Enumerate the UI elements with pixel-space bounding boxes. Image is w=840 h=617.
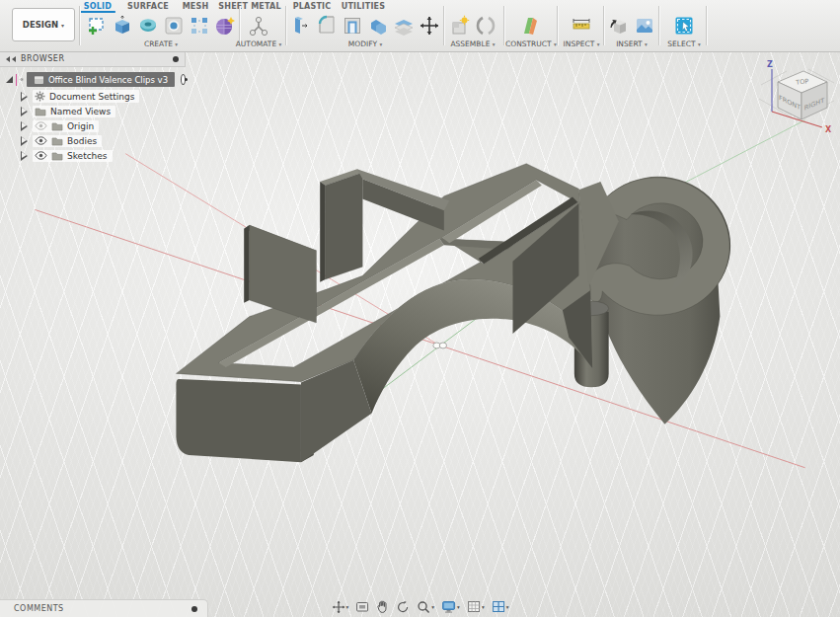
rectangular-pattern-icon[interactable] [189,15,210,37]
combine-icon[interactable] [367,15,389,37]
create-sketch-icon[interactable] [86,15,108,37]
expand-arrow-icon[interactable] [22,93,28,101]
chevron-down-icon: ▾ [346,604,349,610]
tab-utilities[interactable]: UTILITIES [342,2,385,11]
expand-arrow-icon[interactable] [22,137,28,145]
tree-row-bodies[interactable]: Bodies [20,133,186,148]
insert-derive-icon[interactable] [608,15,630,37]
nav-zoom[interactable]: ▾ [417,600,434,614]
measure-icon[interactable] [571,15,592,37]
activate-component-radio[interactable] [181,74,186,85]
chevron-down-icon: ▾ [61,22,64,29]
fusion360-window: { "toolbar": { "design_label": "DESIGN",… [0,0,840,617]
eye-icon[interactable] [35,136,47,145]
comments-label: COMMENTS [14,604,191,613]
canvas-image-icon[interactable] [634,15,655,37]
tab-plastic[interactable]: PLASTIC [293,2,332,11]
folder-icon [35,107,46,116]
modify-dropdown[interactable]: MODIFY ▾ [288,39,442,48]
fillet-icon[interactable] [316,15,338,37]
assemble-dropdown[interactable]: ASSEMBLE ▾ [444,39,501,48]
chevron-down-icon: ▾ [379,41,382,47]
browser-root-row[interactable]: Office Blind Valence Clips v3 [6,72,186,87]
browser-tree: Document Settings Named Views Origin [20,89,186,163]
model-wall-edge [320,182,326,282]
move-icon [332,600,345,614]
folder-icon [51,121,63,131]
shell-icon[interactable] [342,15,363,37]
inspect-label: INSPECT [564,39,595,48]
nav-grid-settings[interactable]: ▾ [467,600,485,613]
chevron-down-icon: ▾ [506,604,509,610]
nav-pan[interactable] [376,600,389,613]
select-icon[interactable] [673,15,695,37]
nav-display-settings[interactable]: ▾ [441,600,460,613]
browser-header[interactable]: BROWSER [0,51,186,67]
model-foot-front [176,379,301,462]
expand-arrow-icon[interactable] [6,76,13,83]
root-component-label: Office Blind Valence Clips v3 [48,75,168,85]
eye-hidden-icon[interactable] [35,121,47,130]
extrude-icon[interactable] [112,15,133,37]
construct-dropdown[interactable]: CONSTRUCT ▾ [505,39,555,48]
tree-row-sketches[interactable]: Sketches [20,148,186,163]
comments-bar[interactable]: COMMENTS [0,599,208,617]
inspect-dropdown[interactable]: INSPECT ▾ [559,39,604,48]
automate-icon[interactable] [248,15,269,37]
comments-options-icon[interactable] [191,606,197,612]
select-dropdown[interactable]: SELECT ▾ [661,39,707,48]
chevron-down-icon: ▾ [554,41,557,47]
tree-label: Sketches [67,151,108,161]
orbit-icon [396,600,410,613]
joint-icon[interactable] [475,15,496,37]
nav-fit[interactable] [355,600,369,613]
nav-pan-orbit[interactable]: ▾ [332,600,349,614]
toolbar-separator [79,6,80,45]
tree-label: Origin [67,121,94,131]
expand-arrow-icon[interactable] [22,152,28,160]
browser-title: BROWSER [21,54,168,63]
chevron-down-icon: ▾ [645,41,648,47]
nav-viewports[interactable]: ▾ [492,600,509,613]
press-pull-icon[interactable] [290,15,312,37]
tab-surface[interactable]: SURFACE [127,2,169,11]
tab-solid[interactable]: SOLID [84,2,112,11]
eye-icon[interactable] [35,151,47,160]
tree-row-origin[interactable]: Origin [20,118,186,133]
magnifier-icon [417,600,430,614]
nav-orbit[interactable] [396,600,410,613]
eye-icon[interactable] [20,75,24,84]
root-component-pill[interactable]: Office Blind Valence Clips v3 [27,72,175,87]
create-dropdown[interactable]: CREATE ▾ [83,39,239,48]
collapse-icon[interactable] [6,56,10,62]
design-menu-button[interactable]: DESIGN ▾ [12,8,75,41]
tree-row-named-views[interactable]: Named Views [20,104,186,118]
expand-arrow-icon[interactable] [22,122,28,130]
new-component-icon[interactable] [449,15,471,37]
offset-faces-icon[interactable] [393,15,415,37]
model-wall-face [326,173,363,279]
browser-options-icon[interactable] [173,56,179,62]
viewport-canvas[interactable]: BROWSER Office Blind Valence Clips v3 Do… [0,51,840,617]
group-inspect: INSPECT ▾ [559,13,604,48]
component-icon [34,74,44,85]
model-body[interactable] [176,164,730,463]
display-settings-icon [441,600,456,613]
collapse-icon[interactable] [12,56,16,62]
expand-arrow-icon[interactable] [22,108,28,116]
create-label: CREATE [144,39,173,48]
construct-plane-icon[interactable] [519,15,541,37]
hole-icon[interactable] [163,15,185,37]
tab-sheet-metal[interactable]: SHEET METAL [218,2,280,11]
tab-mesh[interactable]: MESH [183,2,209,11]
tree-row-document-settings[interactable]: Document Settings [20,89,186,104]
viewports-icon [492,600,505,613]
automate-dropdown[interactable]: AUTOMATE ▾ [233,39,284,48]
toolbar-separator [503,6,504,45]
insert-dropdown[interactable]: INSERT ▾ [606,39,657,48]
origin-marker[interactable] [433,343,447,348]
move-copy-icon[interactable] [419,15,440,37]
view-cube[interactable]: TOP FRONT RIGHT Z X [757,55,836,136]
revolve-icon[interactable] [137,15,159,37]
navigation-bar: ▾ ▾ ▾ ▾ ▾ [332,597,509,616]
